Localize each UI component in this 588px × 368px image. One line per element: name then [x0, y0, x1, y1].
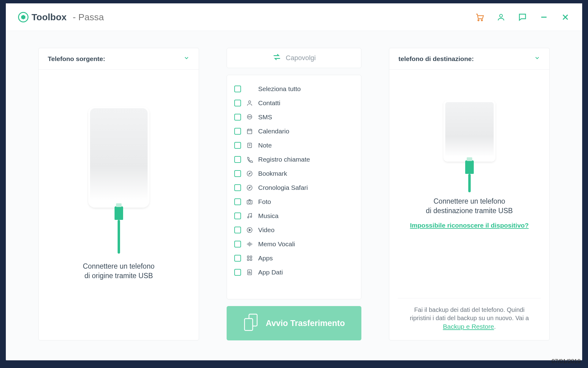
checkbox-calllog[interactable]	[234, 156, 241, 163]
option-row-apps: Apps	[232, 251, 356, 265]
svg-rect-15	[248, 143, 252, 148]
source-title: Telefono sorgente:	[48, 55, 105, 63]
svg-point-9	[249, 117, 250, 117]
brand-name: Toolbox	[32, 12, 66, 22]
option-row-notes: Note	[232, 138, 356, 152]
app-window: Toolbox - Passa Telefono so	[6, 3, 582, 360]
unrecognized-device-link[interactable]: Impossibile riconoscere il dispositivo?	[410, 222, 529, 229]
checkbox-notes[interactable]	[234, 142, 241, 149]
usb-cable-icon	[118, 220, 120, 254]
select-all-row: Seleziona tutto	[232, 82, 356, 96]
module-name: - Passa	[73, 12, 104, 22]
close-icon[interactable]	[561, 13, 570, 22]
play-icon	[246, 226, 253, 234]
option-label-notes: Note	[258, 142, 272, 149]
waveform-icon	[246, 240, 253, 248]
checkbox-safari[interactable]	[234, 184, 241, 191]
option-label-photos: Foto	[258, 198, 271, 205]
select-all-checkbox[interactable]	[234, 86, 241, 92]
option-row-bookmark: Bookmark	[232, 167, 356, 181]
chat-icon	[246, 113, 253, 121]
camera-icon	[246, 198, 253, 205]
option-row-calllog: Registro chiamate	[232, 152, 356, 167]
option-label-contacts: Contatti	[258, 99, 280, 107]
svg-point-1	[481, 20, 483, 21]
checkbox-contacts[interactable]	[234, 100, 241, 106]
svg-point-0	[478, 20, 479, 21]
checkbox-sms[interactable]	[234, 114, 241, 121]
phone-placeholder-icon	[88, 106, 149, 208]
destination-title: telefono di destinazione:	[398, 55, 474, 63]
option-label-video: Video	[258, 226, 274, 234]
svg-point-10	[251, 117, 251, 117]
usb-plug-icon	[465, 160, 474, 174]
svg-rect-34	[250, 256, 252, 258]
backup-restore-link[interactable]: Backup e Restore	[443, 323, 494, 330]
svg-point-24	[247, 217, 249, 218]
option-label-appdata: App Dati	[258, 269, 283, 276]
cart-icon[interactable]	[475, 13, 484, 22]
svg-rect-33	[247, 256, 249, 258]
option-label-voice: Memo Vocali	[258, 240, 295, 248]
feedback-icon[interactable]	[518, 13, 527, 22]
compass-icon	[246, 184, 253, 191]
checkbox-photos[interactable]	[234, 198, 241, 205]
destination-extra: Impossibile riconoscere il dispositivo?	[401, 222, 537, 229]
compass-icon	[246, 170, 253, 177]
checkbox-bookmark[interactable]	[234, 170, 241, 177]
taskbar: 07/01/2019	[544, 355, 588, 368]
checkbox-apps[interactable]	[234, 255, 241, 262]
checkbox-video[interactable]	[234, 227, 241, 233]
flip-button[interactable]: Capovolgi	[227, 48, 361, 68]
appdata-icon	[246, 269, 253, 276]
flip-label: Capovolgi	[286, 54, 316, 62]
chevron-down-icon	[534, 55, 540, 63]
svg-rect-42	[244, 318, 253, 330]
option-label-bookmark: Bookmark	[258, 170, 287, 177]
source-phone-area: Connettere un telefono di origine tramit…	[39, 70, 199, 340]
option-label-apps: Apps	[258, 255, 273, 262]
svg-point-2	[499, 14, 502, 17]
svg-rect-35	[247, 259, 249, 261]
svg-marker-21	[249, 187, 251, 189]
transfer-icon	[243, 313, 258, 333]
checkbox-calendar[interactable]	[234, 128, 241, 135]
option-row-safari: Cronologia Safari	[232, 181, 356, 195]
svg-marker-27	[249, 229, 251, 231]
destination-panel: telefono di destinazione: Connettere un …	[389, 48, 550, 340]
option-row-calendar: Calendario	[232, 124, 356, 138]
svg-point-6	[248, 101, 251, 103]
titlebar: Toolbox - Passa	[6, 3, 582, 31]
swap-icon	[272, 53, 281, 63]
usb-cable-icon	[468, 174, 471, 192]
svg-point-8	[248, 117, 249, 117]
calendar-icon	[246, 128, 253, 135]
source-panel-header[interactable]: Telefono sorgente:	[39, 48, 199, 70]
start-transfer-label: Avvio Trasferimento	[266, 319, 345, 328]
account-icon[interactable]	[496, 13, 506, 22]
option-label-calendar: Calendario	[258, 128, 289, 135]
source-panel: Telefono sorgente: Connettere un telefon…	[38, 48, 199, 340]
destination-phone-area: Connettere un telefono di destinazione t…	[389, 70, 549, 287]
titlebar-actions	[475, 13, 570, 22]
options-panel: Seleziona tutto ContattiSMSCalendarioNot…	[227, 75, 361, 299]
apps-icon	[246, 255, 253, 262]
destination-panel-header[interactable]: telefono di destinazione:	[389, 48, 549, 70]
source-connect-text: Connettere un telefono di origine tramit…	[83, 262, 154, 281]
checkbox-voice[interactable]	[234, 241, 241, 247]
option-row-voice: Memo Vocali	[232, 237, 356, 251]
start-transfer-button[interactable]: Avvio Trasferimento	[227, 306, 361, 340]
svg-marker-19	[249, 173, 251, 174]
option-label-sms: SMS	[258, 113, 272, 121]
chevron-down-icon	[183, 55, 190, 63]
brand-logo-icon	[18, 12, 28, 22]
checkbox-music[interactable]	[234, 213, 241, 219]
svg-rect-11	[247, 129, 252, 134]
person-icon	[246, 99, 253, 107]
usb-plug-icon	[115, 206, 123, 220]
svg-point-25	[250, 216, 252, 217]
destination-connect-text: Connettere un telefono di destinazione t…	[426, 197, 513, 216]
checkbox-appdata[interactable]	[234, 269, 241, 276]
svg-point-23	[248, 201, 251, 203]
minimize-icon[interactable]	[539, 13, 548, 22]
